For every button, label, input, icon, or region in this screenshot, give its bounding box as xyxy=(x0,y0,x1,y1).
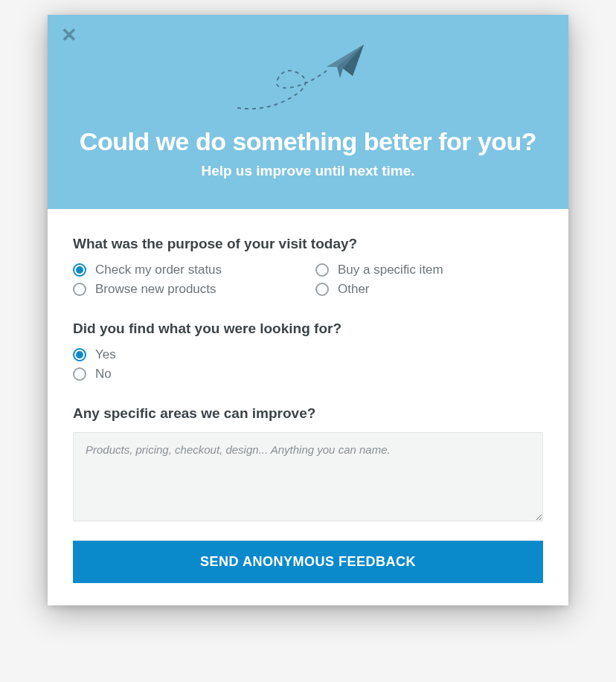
radio-option-no[interactable]: No xyxy=(73,367,543,382)
question-found: Did you find what you were looking for? … xyxy=(73,321,543,382)
radio-label: Yes xyxy=(95,347,116,362)
question-purpose: What was the purpose of your visit today… xyxy=(73,236,543,297)
close-icon: ✕ xyxy=(61,24,77,46)
found-options: Yes No xyxy=(73,347,543,382)
modal-body: What was the purpose of your visit today… xyxy=(48,209,568,605)
feedback-modal: ✕ Could we do something better for you? … xyxy=(48,15,568,605)
radio-label: Other xyxy=(338,282,370,297)
improve-textarea[interactable] xyxy=(73,432,543,521)
radio-icon xyxy=(73,263,86,277)
question-label: Any specific areas we can improve? xyxy=(73,405,543,422)
radio-option-other[interactable]: Other xyxy=(315,282,543,297)
question-label: Did you find what you were looking for? xyxy=(73,321,543,337)
question-improve: Any specific areas we can improve? xyxy=(73,405,543,524)
radio-icon xyxy=(315,263,329,277)
radio-label: No xyxy=(95,367,112,382)
paper-plane-illustration xyxy=(70,37,546,112)
submit-button[interactable]: SEND ANONYMOUS FEEDBACK xyxy=(73,541,543,583)
modal-header: ✕ Could we do something better for you? … xyxy=(48,15,568,209)
question-label: What was the purpose of your visit today… xyxy=(73,236,543,252)
radio-option-check-order[interactable]: Check my order status xyxy=(73,263,301,277)
radio-option-yes[interactable]: Yes xyxy=(73,347,543,362)
purpose-options: Check my order status Buy a specific ite… xyxy=(73,263,543,297)
modal-title: Could we do something better for you? xyxy=(70,126,546,157)
close-button[interactable]: ✕ xyxy=(61,25,77,45)
radio-icon xyxy=(73,283,86,296)
radio-label: Browse new products xyxy=(95,282,216,297)
radio-label: Buy a specific item xyxy=(338,263,443,277)
radio-icon xyxy=(315,283,329,296)
radio-option-buy-item[interactable]: Buy a specific item xyxy=(315,263,543,277)
radio-icon xyxy=(73,348,86,361)
radio-label: Check my order status xyxy=(95,263,222,277)
modal-subtitle: Help us improve until next time. xyxy=(70,163,546,179)
paper-plane-icon xyxy=(219,37,397,119)
radio-option-browse[interactable]: Browse new products xyxy=(73,282,301,297)
radio-icon xyxy=(73,367,86,381)
